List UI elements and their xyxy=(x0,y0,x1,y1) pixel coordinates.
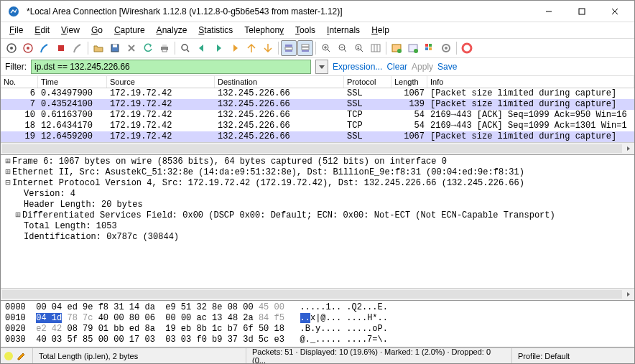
hex-pane[interactable]: 0000 00 04 ed 9e f8 31 14 da e9 51 32 8e… xyxy=(1,301,634,347)
expand-icon[interactable]: ⊞ xyxy=(4,167,12,178)
col-destination[interactable]: Destination xyxy=(215,76,344,88)
menu-tools[interactable]: Tools xyxy=(289,24,321,37)
collapse-icon[interactable]: ⊟ xyxy=(4,178,12,189)
svg-rect-22 xyxy=(302,45,309,47)
options-button[interactable] xyxy=(20,40,36,56)
menu-go[interactable]: Go xyxy=(85,24,108,37)
tree-hdrlen: Header Length: 20 bytes xyxy=(1,200,634,210)
close-button[interactable] xyxy=(598,1,631,22)
colorize-button[interactable] xyxy=(281,40,297,56)
filter-clear[interactable]: Clear xyxy=(386,62,407,72)
capture-filters-button[interactable] xyxy=(389,40,404,56)
interfaces-button[interactable] xyxy=(4,40,19,56)
filter-expression[interactable]: Expression... xyxy=(333,62,382,72)
menu-capture[interactable]: Capture xyxy=(108,24,151,37)
menu-help[interactable]: Help xyxy=(366,24,395,37)
svg-line-33 xyxy=(361,50,363,52)
menu-file[interactable]: File xyxy=(4,24,29,37)
packet-list-header: No. Time Source Destination Protocol Len… xyxy=(1,76,634,88)
hscrollbar[interactable] xyxy=(1,142,634,154)
col-info[interactable]: Info xyxy=(427,76,634,88)
svg-point-47 xyxy=(445,47,448,50)
app-icon xyxy=(8,6,19,17)
filterbar: Filter: Expression... Clear Apply Save xyxy=(1,58,634,76)
zoom-out-button[interactable] xyxy=(335,40,351,56)
svg-rect-45 xyxy=(429,47,432,50)
tree-version: Version: 4 xyxy=(1,189,634,200)
packet-row[interactable]: 1812.6434170172.19.72.42132.245.226.66TC… xyxy=(1,121,634,131)
status-profile[interactable]: Profile: Default xyxy=(512,348,634,363)
preferences-button[interactable] xyxy=(438,40,454,56)
col-no[interactable]: No. xyxy=(1,76,38,88)
svg-point-41 xyxy=(414,49,418,53)
packet-row[interactable]: 1912.6459200172.19.72.42132.245.226.66SS… xyxy=(1,131,634,142)
restart-capture-button[interactable] xyxy=(70,40,85,56)
menu-view[interactable]: View xyxy=(55,24,85,37)
svg-point-0 xyxy=(9,6,19,17)
save-button[interactable] xyxy=(107,40,123,56)
menu-edit[interactable]: Edit xyxy=(29,24,55,37)
svg-line-18 xyxy=(187,50,189,52)
col-protocol[interactable]: Protocol xyxy=(344,76,391,88)
filter-input[interactable] xyxy=(31,60,311,74)
tree-ip: ⊟Internet Protocol Version 4, Src: 172.1… xyxy=(1,178,634,189)
packet-row[interactable]: 60.43497900172.19.72.42132.245.226.66SSL… xyxy=(1,88,634,99)
reload-button[interactable] xyxy=(140,40,156,56)
autoscroll-button[interactable] xyxy=(297,40,313,56)
titlebar: *Local Area Connection [Wireshark 1.12.8… xyxy=(1,1,634,22)
svg-point-17 xyxy=(182,45,187,50)
stop-capture-button[interactable] xyxy=(53,40,69,56)
go-to-button[interactable] xyxy=(227,40,243,56)
col-time[interactable]: Time xyxy=(38,76,107,88)
go-last-button[interactable] xyxy=(260,40,276,56)
zoom-reset-button[interactable]: 1 xyxy=(351,40,367,56)
menu-statistics[interactable]: Statistics xyxy=(193,24,238,37)
svg-line-30 xyxy=(344,50,346,52)
close-file-button[interactable] xyxy=(124,40,139,56)
col-length[interactable]: Length xyxy=(391,76,427,88)
svg-rect-23 xyxy=(302,47,309,50)
svg-rect-20 xyxy=(285,47,292,50)
tree-frame: ⊞Frame 6: 1067 bytes on wire (8536 bits)… xyxy=(1,157,634,167)
resize-columns-button[interactable] xyxy=(368,40,384,56)
packet-row[interactable]: 100.61163700172.19.72.42132.245.226.66TC… xyxy=(1,110,634,121)
col-source[interactable]: Source xyxy=(107,76,215,88)
svg-point-39 xyxy=(397,49,402,53)
packet-list-pane: No. Time Source Destination Protocol Len… xyxy=(1,76,634,155)
go-back-button[interactable] xyxy=(194,40,210,56)
filter-dropdown[interactable] xyxy=(315,60,328,74)
go-forward-button[interactable] xyxy=(210,40,226,56)
help-button[interactable] xyxy=(459,40,475,56)
packet-row[interactable]: 70.43524100172.19.72.42132.245.226.66SSL… xyxy=(1,99,634,110)
scroll-right-icon[interactable] xyxy=(622,289,634,300)
svg-point-48 xyxy=(463,44,471,52)
go-first-button[interactable] xyxy=(244,40,259,56)
filter-save[interactable]: Save xyxy=(437,62,457,72)
minimize-button[interactable] xyxy=(532,1,565,22)
scroll-right-icon[interactable] xyxy=(622,144,634,154)
svg-rect-24 xyxy=(302,50,309,52)
packet-rows[interactable]: 60.43497900172.19.72.42132.245.226.66SSL… xyxy=(1,88,634,142)
open-button[interactable] xyxy=(91,40,106,56)
maximize-button[interactable] xyxy=(565,1,598,22)
start-capture-button[interactable] xyxy=(37,40,52,56)
svg-rect-19 xyxy=(285,45,292,47)
expand-icon[interactable]: ⊞ xyxy=(4,157,12,167)
display-filters-button[interactable] xyxy=(405,40,421,56)
zoom-in-button[interactable] xyxy=(318,40,334,56)
print-button[interactable] xyxy=(157,40,172,56)
expand-icon[interactable]: ⊞ xyxy=(14,210,22,221)
hscrollbar[interactable] xyxy=(1,288,634,300)
svg-text:1: 1 xyxy=(357,45,360,50)
details-pane: ⊞Frame 6: 1067 bytes on wire (8536 bits)… xyxy=(1,155,634,301)
find-button[interactable] xyxy=(177,40,193,56)
filter-apply[interactable]: Apply xyxy=(412,62,433,72)
menu-analyze[interactable]: Analyze xyxy=(151,24,193,37)
menu-telephony[interactable]: Telephony xyxy=(238,24,289,37)
expert-info-icon[interactable] xyxy=(4,351,14,361)
edit-icon[interactable] xyxy=(17,351,27,361)
menu-internals[interactable]: Internals xyxy=(321,24,366,37)
svg-rect-11 xyxy=(113,45,117,47)
coloring-rules-button[interactable] xyxy=(422,40,437,56)
window-title: *Local Area Connection [Wireshark 1.12.8… xyxy=(24,6,532,17)
